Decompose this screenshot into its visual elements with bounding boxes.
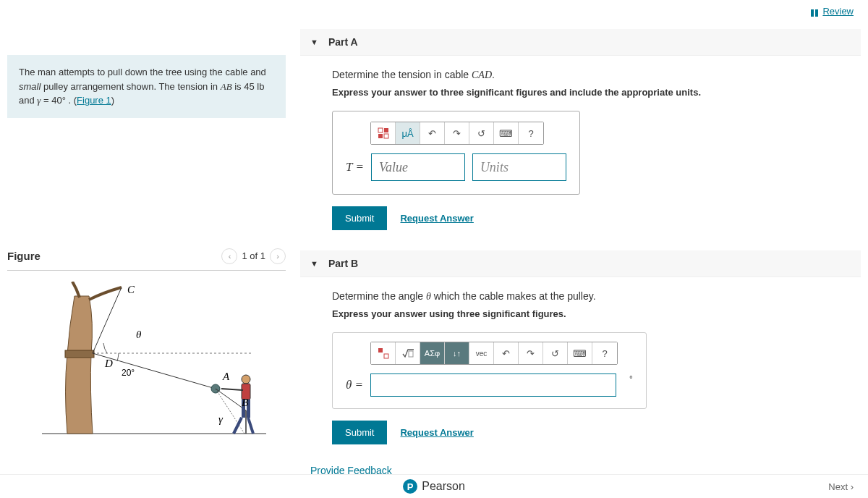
- templates-icon[interactable]: [371, 342, 396, 364]
- figure-link[interactable]: Figure 1: [77, 95, 111, 106]
- part-b-value-input[interactable]: [370, 374, 616, 397]
- svg-rect-24: [384, 128, 388, 132]
- svg-rect-26: [384, 134, 388, 138]
- part-b-title: Part B: [328, 258, 358, 269]
- figure-counter: 1 of 1: [242, 250, 265, 261]
- part-a-units-input[interactable]: Units: [472, 153, 566, 181]
- svg-text:A: A: [222, 371, 230, 382]
- figure-next-button[interactable]: ›: [270, 248, 286, 264]
- svg-rect-29: [409, 351, 413, 357]
- undo-button[interactable]: ↶: [420, 122, 445, 144]
- part-b-instruction: Express your answer using three signific…: [332, 308, 851, 319]
- figure-diagram: C D θ 20° A B γ: [7, 282, 286, 450]
- svg-line-11: [221, 389, 243, 390]
- review-link[interactable]: Review: [811, 6, 854, 17]
- part-b-request-answer[interactable]: Request Answer: [400, 427, 473, 438]
- redo-button[interactable]: ↷: [445, 122, 469, 144]
- pearson-logo: P Pearson: [403, 479, 465, 494]
- part-a-submit-button[interactable]: Submit: [332, 206, 387, 230]
- svg-rect-1: [65, 350, 94, 358]
- svg-line-15: [248, 418, 253, 434]
- figure-prev-button[interactable]: ‹: [221, 248, 237, 264]
- keyboard-button[interactable]: ⌨: [494, 122, 519, 144]
- svg-text:20°: 20°: [122, 368, 135, 378]
- keyboard-button[interactable]: ⌨: [568, 342, 592, 364]
- svg-rect-27: [378, 348, 383, 353]
- part-a-prompt: Determine the tension in cable CAD.: [332, 69, 851, 81]
- svg-rect-25: [378, 134, 383, 138]
- pearson-icon: P: [403, 479, 417, 494]
- part-a-request-answer[interactable]: Request Answer: [400, 213, 473, 224]
- svg-text:C: C: [127, 284, 135, 295]
- degree-icon: °: [629, 374, 633, 384]
- svg-text:D: D: [104, 358, 113, 369]
- part-a-toolbar: μÅ ↶ ↷ ↺ ⌨ ?: [370, 122, 544, 145]
- caret-down-icon: ▼: [310, 259, 318, 268]
- help-button[interactable]: ?: [592, 342, 617, 364]
- part-a-title: Part A: [328, 36, 358, 48]
- undo-button[interactable]: ↶: [494, 342, 519, 364]
- svg-rect-28: [384, 354, 388, 358]
- figure-title: Figure: [7, 250, 41, 262]
- review-label: Review: [822, 6, 854, 17]
- svg-point-9: [242, 375, 250, 384]
- svg-text:θ: θ: [136, 329, 142, 340]
- svg-line-8: [216, 389, 244, 434]
- next-button[interactable]: Next ›: [828, 481, 854, 492]
- part-a-instruction: Express your answer to three significant…: [332, 87, 851, 98]
- part-b-submit-button[interactable]: Submit: [332, 421, 387, 444]
- templates-icon[interactable]: [371, 122, 396, 144]
- redo-button[interactable]: ↷: [519, 342, 543, 364]
- caret-down-icon: ▼: [310, 38, 318, 46]
- part-b-variable: θ =: [346, 378, 363, 392]
- part-a-variable: T =: [346, 160, 364, 174]
- svg-text:γ: γ: [218, 413, 224, 425]
- part-b-prompt: Determine the angle θ which the cable ma…: [332, 290, 851, 303]
- problem-statement: The man attempts to pull down the tree u…: [7, 55, 286, 118]
- vec-button[interactable]: vec: [469, 342, 494, 364]
- subscript-button[interactable]: ↓↑: [445, 342, 469, 364]
- greek-button[interactable]: ΑΣφ: [420, 342, 445, 364]
- flag-icon: [811, 8, 820, 15]
- part-a-value-input[interactable]: [371, 153, 465, 181]
- reset-button[interactable]: ↺: [469, 122, 494, 144]
- svg-line-14: [234, 418, 242, 434]
- svg-text:B: B: [242, 397, 248, 408]
- reset-button[interactable]: ↺: [543, 342, 568, 364]
- part-b-toolbar: ΑΣφ ↓↑ vec ↶ ↷ ↺ ⌨ ?: [370, 342, 618, 365]
- svg-rect-23: [378, 128, 383, 132]
- help-button[interactable]: ?: [519, 122, 543, 144]
- part-b-header[interactable]: ▼ Part B: [300, 250, 861, 277]
- root-icon[interactable]: [396, 342, 420, 364]
- part-a-header[interactable]: ▼ Part A: [300, 29, 861, 56]
- units-button[interactable]: μÅ: [396, 122, 420, 144]
